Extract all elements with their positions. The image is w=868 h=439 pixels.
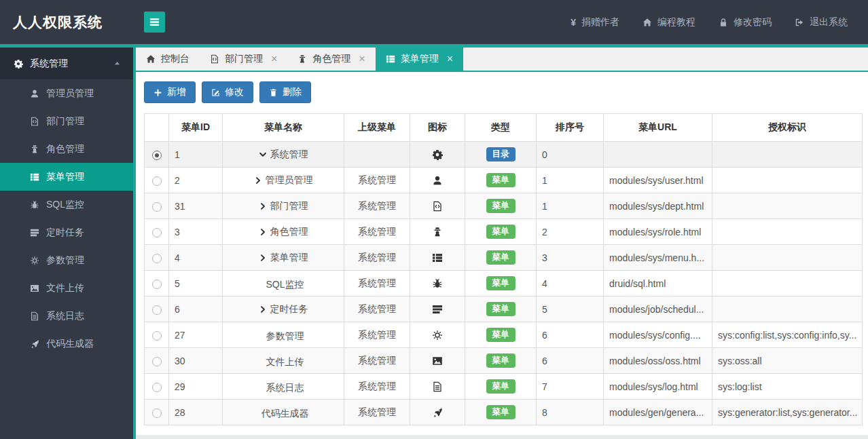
row-radio[interactable] bbox=[152, 331, 162, 341]
tab-close-icon[interactable]: × bbox=[359, 54, 365, 64]
cell-url: modules/sys/menu.h... bbox=[604, 245, 712, 271]
sidebar-item-th-list[interactable]: 菜单管理 bbox=[0, 163, 133, 191]
cell-url: modules/sys/log.html bbox=[604, 374, 712, 400]
tab-label: 部门管理 bbox=[225, 53, 263, 65]
sidebar-item-rocket[interactable]: 代码生成器 bbox=[0, 330, 133, 358]
table-row[interactable]: 31 部门管理 系统管理 菜单 1 modules/sys/dept.html bbox=[145, 193, 863, 219]
sidebar-item-label: 定时任务 bbox=[46, 227, 84, 239]
cell-order: 1 bbox=[537, 193, 604, 219]
cell-menu-name: 系统管理 bbox=[270, 149, 308, 161]
row-radio[interactable] bbox=[152, 305, 162, 315]
column-header bbox=[145, 114, 169, 142]
row-radio[interactable] bbox=[152, 151, 162, 160]
top-header: 人人权限系统 ¥捐赠作者 编程教程 修改密码 退出系统 bbox=[0, 0, 868, 44]
nav-link-label: 捐赠作者 bbox=[581, 16, 619, 28]
row-radio[interactable] bbox=[152, 254, 162, 263]
sidebar-toggle-button[interactable] bbox=[144, 12, 165, 33]
header-nav-link-lock[interactable]: 修改密码 bbox=[719, 16, 772, 28]
cell-perms bbox=[712, 193, 863, 219]
table-row[interactable]: 30 文件上传 系统管理 菜单 6 modules/oss/oss.html s… bbox=[145, 348, 863, 374]
table-header-row: 菜单ID菜单名称上级菜单图标类型排序号菜单URL授权标识 bbox=[145, 114, 863, 142]
cell-parent-menu: 系统管理 bbox=[344, 245, 410, 271]
tab-user-secret[interactable]: 角色管理 × bbox=[287, 47, 375, 71]
header-nav-link-home[interactable]: 编程教程 bbox=[643, 16, 695, 28]
nav-link-label: 退出系统 bbox=[810, 16, 848, 28]
bars-icon bbox=[149, 17, 160, 27]
tab-home[interactable]: 控制台 bbox=[136, 47, 200, 71]
table-row[interactable]: 29 系统日志 系统管理 菜单 7 modules/sys/log.html s… bbox=[145, 374, 863, 400]
table-row[interactable]: 3 角色管理 系统管理 菜单 2 modules/sys/role.html bbox=[145, 219, 863, 245]
cell-perms: sys:log:list bbox=[712, 374, 863, 400]
row-radio[interactable] bbox=[152, 383, 162, 392]
sidebar-item-tasks[interactable]: 定时任务 bbox=[0, 218, 133, 246]
user-icon bbox=[432, 175, 443, 186]
row-radio[interactable] bbox=[152, 202, 162, 212]
user-secret-icon bbox=[432, 227, 443, 237]
file-code-icon bbox=[432, 201, 443, 212]
type-badge: 菜单 bbox=[486, 276, 516, 290]
sidebar-item-user-secret[interactable]: 角色管理 bbox=[0, 135, 133, 163]
sidebar-item-label: SQL监控 bbox=[46, 199, 84, 211]
tab-label: 角色管理 bbox=[312, 53, 350, 65]
cell-order: 1 bbox=[537, 168, 604, 193]
tab-close-icon[interactable]: × bbox=[271, 54, 277, 64]
cell-menu-name: 定时任务 bbox=[270, 303, 308, 316]
caret-down-chev-icon bbox=[259, 151, 267, 159]
tab-close-icon[interactable]: × bbox=[447, 54, 453, 64]
cell-perms bbox=[712, 168, 863, 193]
table-row[interactable]: 5 SQL监控 系统管理 菜单 4 druid/sql.html bbox=[145, 271, 863, 297]
table-row[interactable]: 6 定时任务 系统管理 菜单 5 modules/job/schedul... bbox=[145, 297, 863, 322]
yen-icon: ¥ bbox=[571, 17, 576, 28]
cell-menu-name: SQL监控 bbox=[266, 279, 304, 291]
plus-button[interactable]: 新增 bbox=[144, 81, 196, 103]
table-row[interactable]: 28 代码生成器 系统管理 菜单 8 modules/gen/genera...… bbox=[145, 400, 863, 425]
cell-menu-name: 代码生成器 bbox=[261, 408, 309, 420]
cell-url: modules/sys/dept.html bbox=[604, 193, 712, 219]
row-radio[interactable] bbox=[152, 408, 162, 418]
cell-order: 8 bbox=[537, 400, 604, 425]
tab-th-list[interactable]: 菜单管理 × bbox=[376, 47, 463, 71]
cell-perms: sys:oss:all bbox=[712, 348, 863, 374]
column-header: 图标 bbox=[410, 114, 465, 142]
sidebar-item-user[interactable]: 管理员管理 bbox=[0, 79, 133, 107]
table-row[interactable]: 4 菜单管理 系统管理 菜单 3 modules/sys/menu.h... bbox=[145, 245, 863, 271]
edit-button[interactable]: 修改 bbox=[202, 81, 253, 103]
column-header: 菜单名称 bbox=[223, 114, 344, 142]
tab-bar: 控制台 部门管理 × 角色管理 × 菜单管理 × bbox=[136, 47, 868, 72]
type-badge: 菜单 bbox=[486, 173, 516, 187]
cell-perms bbox=[712, 219, 863, 245]
table-row[interactable]: 2 管理员管理 系统管理 菜单 1 modules/sys/user.html bbox=[145, 168, 863, 193]
cell-url: modules/oss/oss.html bbox=[604, 348, 712, 374]
cell-menu-name: 参数管理 bbox=[266, 330, 304, 343]
sidebar-item-file-text[interactable]: 系统日志 bbox=[0, 302, 133, 330]
cell-order: 6 bbox=[537, 348, 604, 374]
sidebar-item-file-code[interactable]: 部门管理 bbox=[0, 107, 133, 135]
tab-file-code[interactable]: 部门管理 × bbox=[200, 47, 287, 71]
trash-button[interactable]: 删除 bbox=[259, 81, 311, 103]
sidebar-item-image[interactable]: 文件上传 bbox=[0, 274, 133, 302]
user-icon bbox=[30, 89, 39, 98]
th-list-icon bbox=[386, 54, 395, 64]
table-row[interactable]: 27 参数管理 系统管理 菜单 6 modules/sys/config....… bbox=[145, 322, 863, 348]
row-radio[interactable] bbox=[152, 176, 162, 186]
header-nav-link-yen[interactable]: ¥捐赠作者 bbox=[571, 16, 619, 28]
rocket-icon bbox=[30, 339, 39, 349]
cell-parent-menu: 系统管理 bbox=[344, 271, 410, 297]
table-row[interactable]: 1 系统管理 目录 0 bbox=[145, 142, 863, 168]
sidebar-item-label: 部门管理 bbox=[46, 115, 84, 128]
header-nav-link-sign-out[interactable]: 退出系统 bbox=[795, 16, 848, 28]
row-radio[interactable] bbox=[152, 357, 162, 366]
image-icon bbox=[432, 356, 443, 366]
sidebar-group-system[interactable]: 系统管理 bbox=[0, 47, 133, 79]
type-badge: 目录 bbox=[486, 147, 516, 161]
sidebar-item-sun[interactable]: 参数管理 bbox=[0, 246, 133, 274]
sidebar-item-bug[interactable]: SQL监控 bbox=[0, 191, 133, 218]
type-badge: 菜单 bbox=[486, 354, 516, 368]
row-radio[interactable] bbox=[152, 280, 162, 289]
plus-icon bbox=[153, 88, 162, 97]
row-radio[interactable] bbox=[152, 228, 162, 237]
rocket-icon bbox=[432, 407, 443, 418]
cell-url: modules/sys/config.... bbox=[604, 322, 712, 348]
cell-menu-id: 5 bbox=[169, 271, 223, 297]
cell-parent-menu: 系统管理 bbox=[344, 297, 410, 322]
